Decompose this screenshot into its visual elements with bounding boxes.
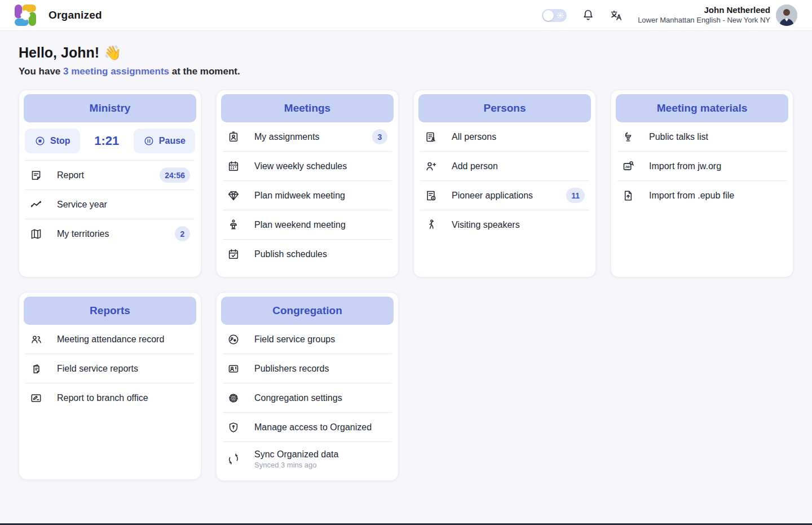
user-menu[interactable]: John Netherleed Lower Manhattan English … [638, 5, 797, 26]
menu-item-label: Field service reports [57, 363, 138, 374]
card-title-meetings[interactable]: Meetings [221, 94, 394, 122]
user-congregation: Lower Manhattan English - New York NY [638, 16, 770, 25]
menu-item-text: Manage access to Organized [254, 422, 372, 433]
menu-item-import-from-epub-file[interactable]: Import from .epub file [616, 181, 788, 210]
branch-report-icon [30, 392, 42, 404]
menu-item-report-to-branch-office[interactable]: Report to branch office [24, 383, 196, 412]
card-title-persons[interactable]: Persons [418, 94, 591, 122]
menu-item-text: My assignments [254, 131, 320, 142]
stop-label: Stop [50, 136, 70, 146]
menu-item-text: Service year [57, 199, 107, 210]
menu-item-publish-schedules[interactable]: Publish schedules [221, 240, 394, 268]
avatar[interactable] [776, 5, 797, 26]
card-reports: ReportsMeeting attendance recordField se… [19, 292, 201, 480]
public-talks-icon [622, 131, 634, 143]
menu-item-text: Plan midweek meeting [254, 190, 345, 201]
lectern-person-icon [227, 219, 240, 231]
count-badge: 11 [566, 188, 585, 203]
menu-item-text: My territories [57, 228, 109, 239]
menu-item-text: Report [57, 170, 84, 180]
wave-emoji: 👋 [104, 45, 121, 61]
menu-item-plan-weekend-meeting[interactable]: Plan weekend meeting [221, 210, 394, 239]
menu-item-label: Pioneer applications [452, 190, 533, 201]
sync-icon [227, 453, 240, 465]
menu-item-my-assignments[interactable]: My assignments3 [221, 122, 394, 151]
menu-item-plan-midweek-meeting[interactable]: Plan midweek meeting [221, 181, 394, 210]
menu-item-label: Field service groups [254, 334, 335, 345]
menu-item-label: Publishers records [254, 363, 329, 374]
card-title-congregation[interactable]: Congregation [221, 297, 394, 325]
menu-item-label: Service year [57, 199, 107, 210]
menu-item-label: View weekly schedules [254, 161, 347, 171]
menu-item-meeting-attendance-record[interactable]: Meeting attendance record [24, 325, 196, 354]
menu-item-visiting-speakers[interactable]: Visiting speakers [418, 210, 591, 239]
menu-item-text: Public talks list [649, 131, 708, 142]
card-title-reports[interactable]: Reports [24, 297, 196, 325]
shield-icon [227, 421, 240, 434]
menu-item-my-territories[interactable]: My territories2 [24, 219, 196, 248]
menu-item-import-from-jw-org[interactable]: JWImport from jw.org [616, 152, 788, 180]
notifications-button[interactable] [581, 8, 595, 22]
menu-item-text: Import from jw.org [649, 161, 721, 171]
menu-item-label: Visiting speakers [452, 219, 520, 230]
menu-item-service-year[interactable]: Service year [24, 190, 196, 219]
menu-item-sync-organized-data[interactable]: Sync Organized dataSynced 3 mins ago [221, 442, 394, 476]
person-list-icon [425, 131, 437, 143]
card-title-meeting-materials[interactable]: Meeting materials [616, 94, 788, 122]
cards-grid: MinistryStop1:21PauseReport24:56Service … [19, 90, 793, 481]
count-badge: 2 [175, 226, 190, 241]
menu-item-label: Sync Organized data [254, 449, 338, 460]
menu-item-manage-access-to-organized[interactable]: Manage access to Organized [221, 413, 394, 442]
card-meeting-materials: Meeting materialsPublic talks listJWImpo… [611, 90, 793, 277]
menu-item-text: Field service groups [254, 334, 335, 345]
menu-item-label: My territories [57, 228, 109, 239]
greeting-prefix: You have [19, 66, 63, 77]
top-bar: Organized [0, 0, 812, 31]
card-congregation: CongregationField service groupsPublishe… [216, 292, 399, 481]
menu-item-text: Visiting speakers [452, 219, 520, 230]
sun-icon [557, 12, 564, 19]
card-ministry: MinistryStop1:21PauseReport24:56Service … [19, 90, 201, 277]
menu-item-text: Add person [452, 161, 498, 171]
count-badge: 3 [372, 129, 387, 144]
menu-item-label: Congregation settings [254, 392, 342, 403]
menu-item-text: View weekly schedules [254, 161, 347, 171]
meeting-assignments-link[interactable]: 3 meeting assignments [63, 66, 169, 77]
calendar-icon [227, 160, 240, 173]
menu-item-label: Report to branch office [57, 392, 148, 403]
dashboard: Hello, John! 👋 You have 3 meeting assign… [0, 31, 812, 481]
menu-item-publishers-records[interactable]: Publishers records [221, 354, 394, 383]
menu-item-pioneer-applications[interactable]: Pioneer applications11 [418, 181, 591, 210]
menu-item-label: Import from jw.org [649, 161, 721, 171]
menu-item-label: Report [57, 170, 84, 180]
menu-item-congregation-settings[interactable]: Congregation settings [221, 383, 394, 412]
calendar-check-icon [227, 248, 240, 261]
visiting-speaker-icon [425, 219, 437, 231]
menu-item-field-service-groups[interactable]: Field service groups [221, 325, 394, 354]
language-button[interactable] [610, 8, 623, 22]
menu-item-add-person[interactable]: Add person [418, 152, 591, 180]
menu-item-view-weekly-schedules[interactable]: View weekly schedules [221, 152, 394, 180]
menu-item-field-service-reports[interactable]: Field service reports [24, 354, 196, 383]
user-name: John Netherleed [638, 5, 770, 16]
menu-item-text: All persons [452, 131, 496, 142]
assignments-icon [227, 131, 240, 143]
settings-icon [227, 392, 240, 404]
menu-item-report[interactable]: Report24:56 [24, 161, 196, 189]
greeting-title: Hello, John! 👋 [19, 45, 793, 61]
pause-button[interactable]: Pause [134, 129, 195, 153]
territories-icon [30, 228, 42, 240]
ministry-timer: Stop1:21Pause [24, 122, 196, 160]
menu-item-label: Add person [452, 161, 498, 171]
menu-item-label: Meeting attendance record [57, 334, 164, 345]
card-title-ministry[interactable]: Ministry [24, 94, 196, 122]
stop-button[interactable]: Stop [25, 129, 80, 153]
menu-item-public-talks-list[interactable]: Public talks list [616, 122, 788, 151]
greeting-text: Hello, John! [19, 45, 99, 61]
theme-toggle[interactable] [542, 9, 567, 22]
app-title: Organized [48, 9, 102, 21]
person-add-icon [425, 160, 437, 173]
pause-label: Pause [159, 136, 186, 146]
menu-item-label: Plan midweek meeting [254, 190, 345, 201]
menu-item-all-persons[interactable]: All persons [418, 122, 591, 151]
